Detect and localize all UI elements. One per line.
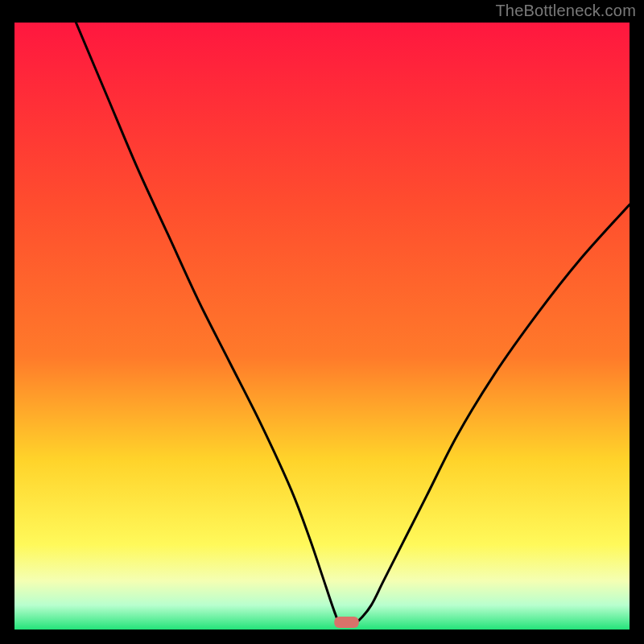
plot-area — [14, 23, 630, 630]
bottleneck-chart-svg — [14, 23, 630, 630]
plot-outer — [14, 23, 630, 630]
gradient-background — [14, 23, 630, 630]
chart-frame: TheBottleneck.com — [0, 0, 644, 644]
watermark-text: TheBottleneck.com — [495, 2, 636, 20]
optimal-marker — [334, 617, 359, 628]
